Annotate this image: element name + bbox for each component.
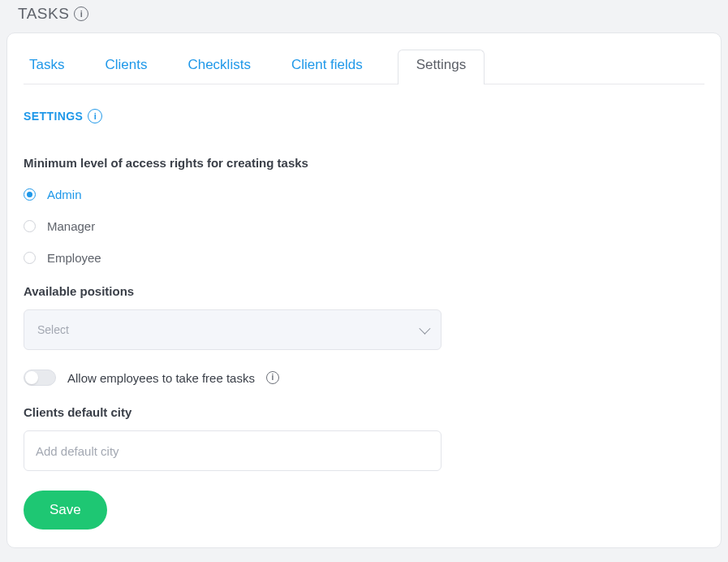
free-tasks-toggle-row: Allow employees to take free tasks i	[24, 370, 704, 386]
access-level-radio-group: Admin Manager Employee	[24, 188, 704, 265]
positions-label: Available positions	[24, 284, 704, 298]
radio-employee[interactable]: Employee	[24, 251, 704, 265]
section-heading: SETTINGS	[24, 110, 83, 123]
positions-placeholder: Select	[37, 323, 69, 336]
radio-admin[interactable]: Admin	[24, 188, 704, 201]
default-city-input[interactable]	[24, 430, 442, 471]
radio-icon	[24, 188, 36, 201]
save-button[interactable]: Save	[24, 491, 107, 530]
section-heading-row: SETTINGS i	[24, 109, 704, 123]
access-level-label: Minimum level of access rights for creat…	[24, 156, 704, 170]
info-icon[interactable]: i	[74, 6, 88, 21]
radio-label: Employee	[47, 251, 101, 265]
radio-manager[interactable]: Manager	[24, 219, 704, 233]
info-icon[interactable]: i	[88, 109, 102, 123]
chevron-down-icon	[419, 323, 430, 335]
settings-card: Tasks Clients Checklists Client fields S…	[6, 32, 722, 548]
radio-label: Admin	[47, 188, 82, 201]
radio-icon	[24, 220, 36, 232]
tab-settings[interactable]: Settings	[398, 50, 485, 84]
radio-icon	[24, 252, 36, 264]
page-title: TASKS	[18, 5, 69, 23]
city-label: Clients default city	[24, 405, 704, 419]
tab-bar: Tasks Clients Checklists Client fields S…	[24, 33, 704, 84]
tab-checklists[interactable]: Checklists	[182, 50, 256, 84]
free-tasks-toggle[interactable]	[24, 370, 56, 386]
free-tasks-toggle-label: Allow employees to take free tasks	[67, 371, 255, 385]
positions-select[interactable]: Select	[24, 309, 442, 350]
info-icon[interactable]: i	[266, 371, 279, 384]
radio-label: Manager	[47, 219, 95, 233]
tab-tasks[interactable]: Tasks	[24, 50, 70, 84]
tab-client-fields[interactable]: Client fields	[286, 50, 368, 84]
tab-clients[interactable]: Clients	[99, 50, 153, 84]
